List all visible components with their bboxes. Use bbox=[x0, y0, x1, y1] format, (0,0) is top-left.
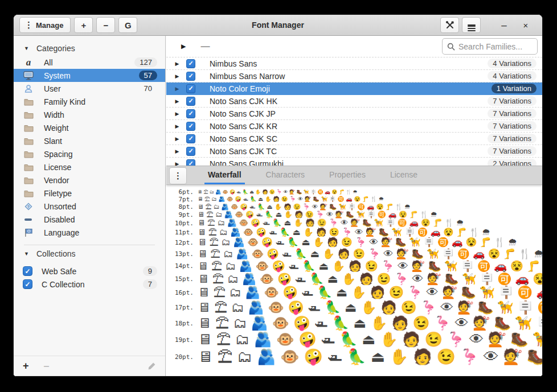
row-expander-icon[interactable]: ▶ bbox=[173, 73, 181, 79]
tab-waterfall[interactable]: Waterfall bbox=[204, 166, 245, 184]
categories-expander-icon[interactable]: ▼ bbox=[24, 46, 36, 51]
font-family-name: Nimbus Sans Narrow bbox=[210, 72, 488, 81]
tab-properties[interactable]: Properties bbox=[326, 166, 369, 184]
waterfall-sample-text: 🖥⛱🗂🫂🐵🤪🛥🦜⏏✋🧑😉🦩👁💇🥾🦮🪧🉑🚗😵🦵🍴🌨 bbox=[198, 203, 412, 211]
computer-icon bbox=[23, 71, 34, 81]
manage-menu-dots-icon: ⋮ bbox=[24, 20, 33, 30]
waterfall-row-20pt: 20pt.🖥⛱🗂🫂🐵🤪🛥🦜⏏✋🧑😉🦩👁💇🥾🦮🪧🉑🚗😵🦵🍴🌨 bbox=[166, 348, 542, 366]
search-families-input[interactable] bbox=[458, 42, 533, 51]
edit-collection-pencil-icon[interactable] bbox=[148, 362, 156, 370]
row-expander-icon[interactable]: ▶ bbox=[173, 161, 181, 166]
preferences-tools-button[interactable] bbox=[440, 17, 459, 33]
waterfall-row-16pt: 16pt.🖥⛱🗂🫂🐵🤪🛥🦜⏏✋🧑😉🦩👁💇🥾🦮🪧🉑🚗😵🦵🍴🌨 bbox=[166, 286, 542, 300]
font-family-name: Noto Sans Gurmukhi bbox=[210, 159, 488, 166]
hamburger-icon bbox=[468, 24, 476, 26]
sidebar-item-weight[interactable]: Weight bbox=[14, 121, 165, 134]
manage-button[interactable]: ⋮ Manage bbox=[19, 17, 71, 33]
font-family-row-nimbus-sans[interactable]: ▶✓Nimbus Sans4 Variations bbox=[166, 57, 542, 70]
search-box[interactable] bbox=[442, 38, 538, 55]
sidebar-item-filetype[interactable]: Filetype bbox=[14, 187, 165, 200]
font-family-row-noto-sans-cjk-jp[interactable]: ▶✓Noto Sans CJK JP7 Variations bbox=[166, 108, 542, 120]
font-family-row-noto-color-emoji[interactable]: ▶✓Noto Color Emoji1 Variation bbox=[166, 82, 542, 95]
row-expander-icon[interactable]: ▶ bbox=[173, 148, 181, 154]
font-enabled-checkbox[interactable]: ✓ bbox=[186, 72, 195, 81]
sidebar-item-slant[interactable]: Slant bbox=[14, 134, 165, 147]
sidebar-item-family-kind[interactable]: Family Kind bbox=[14, 95, 165, 108]
collections-expander-icon[interactable]: ▼ bbox=[24, 251, 36, 257]
sidebar-item-license[interactable]: License bbox=[14, 160, 165, 174]
titlebar: ⋮ Manage + − G Font Manager – × bbox=[14, 15, 542, 36]
waterfall-sample-text: 🖥⛱🗂🫂🐵🤪🛥🦜⏏✋🧑😉🦩👁💇🥾🦮🪧🉑🚗😵🦵🍴🌨 bbox=[198, 331, 542, 348]
font-family-row-nimbus-sans-narrow[interactable]: ▶✓Nimbus Sans Narrow4 Variations bbox=[166, 70, 542, 82]
categories-header[interactable]: ▼ Categories bbox=[14, 41, 165, 56]
sidebar-item-label: Slant bbox=[44, 137, 157, 146]
collection-checkbox[interactable]: ✓ bbox=[23, 279, 32, 289]
waterfall-row-6pt: 6pt.🖥⛱🗂🫂🐵🤪🛥🦜⏏✋🧑😉🦩👁💇🥾🦮🪧🉑🚗😵🦵🍴🌨 bbox=[166, 188, 542, 196]
font-enabled-checkbox[interactable]: ✓ bbox=[186, 84, 195, 93]
row-expander-icon[interactable]: ▶ bbox=[173, 61, 181, 67]
tab-characters[interactable]: Characters bbox=[263, 166, 308, 184]
count-badge: 7 bbox=[143, 279, 157, 289]
sidebar-item-label: Vendor bbox=[44, 176, 157, 185]
waterfall-preview[interactable]: 6pt.🖥⛱🗂🫂🐵🤪🛥🦜⏏✋🧑😉🦩👁💇🥾🦮🪧🉑🚗😵🦵🍴🌨7pt.🖥⛱🗂🫂🐵🤪🛥🦜… bbox=[166, 185, 542, 376]
font-enabled-checkbox[interactable]: ✓ bbox=[186, 147, 195, 156]
font-family-name: Noto Color Emoji bbox=[210, 84, 492, 93]
sidebar-item-label: Spacing bbox=[44, 150, 157, 159]
collection-item-c-collection[interactable]: ✓C Collection7 bbox=[14, 278, 165, 291]
row-expander-icon[interactable]: ▶ bbox=[173, 111, 181, 117]
sidebar-item-language[interactable]: Language bbox=[14, 226, 165, 239]
preview-pane-menu-button[interactable]: ⋮ bbox=[169, 167, 187, 184]
row-expander-icon[interactable]: ▶ bbox=[173, 136, 181, 142]
font-family-row-noto-sans-cjk-kr[interactable]: ▶✓Noto Sans CJK KR7 Variations bbox=[166, 120, 542, 133]
minimize-button[interactable]: – bbox=[495, 15, 513, 36]
font-family-row-noto-sans-cjk-hk[interactable]: ▶✓Noto Sans CJK HK7 Variations bbox=[166, 95, 542, 108]
tab-license[interactable]: License bbox=[387, 166, 421, 184]
font-enabled-checkbox[interactable]: ✓ bbox=[186, 134, 195, 143]
font-family-row-noto-sans-cjk-tc[interactable]: ▶✓Noto Sans CJK TC7 Variations bbox=[166, 145, 542, 158]
main-menu-button[interactable] bbox=[462, 17, 481, 33]
sidebar-item-system[interactable]: System57 bbox=[14, 69, 165, 82]
sidebar-item-vendor[interactable]: Vendor bbox=[14, 174, 165, 187]
google-fonts-button[interactable]: G bbox=[118, 17, 137, 33]
sidebar-item-spacing[interactable]: Spacing bbox=[14, 147, 165, 160]
font-family-name: Noto Sans CJK JP bbox=[210, 109, 488, 118]
font-family-row-noto-sans-gurmukhi[interactable]: ▶✓Noto Sans Gurmukhi2 Variations bbox=[166, 158, 542, 166]
font-enabled-checkbox[interactable]: ✓ bbox=[186, 109, 195, 118]
count-badge: 127 bbox=[134, 57, 157, 67]
waterfall-row-8pt: 8pt.🖥⛱🗂🫂🐵🤪🛥🦜⏏✋🧑😉🦩👁💇🥾🦮🪧🉑🚗😵🦵🍴🌨 bbox=[166, 203, 542, 211]
row-expander-icon[interactable]: ▶ bbox=[173, 98, 181, 104]
font-family-row-noto-sans-cjk-sc[interactable]: ▶✓Noto Sans CJK SC7 Variations bbox=[166, 133, 542, 145]
close-button[interactable]: × bbox=[517, 15, 534, 36]
select-all-tristate-icon[interactable]: — bbox=[200, 42, 210, 52]
collapse-all-expander-icon[interactable]: ▶ bbox=[181, 43, 186, 50]
sidebar-item-label: Language bbox=[44, 228, 157, 237]
font-enabled-checkbox[interactable]: ✓ bbox=[186, 59, 195, 68]
folder-icon bbox=[23, 136, 34, 146]
sidebar-item-unsorted[interactable]: ?Unsorted bbox=[14, 200, 165, 213]
add-collection-button[interactable]: + bbox=[23, 360, 29, 372]
sidebar-item-disabled[interactable]: Disabled bbox=[14, 213, 165, 226]
preview-tabs: WaterfallCharactersPropertiesLicense bbox=[204, 166, 439, 184]
collection-checkbox[interactable]: ✓ bbox=[23, 266, 32, 276]
add-fonts-button[interactable]: + bbox=[74, 17, 93, 33]
waterfall-size-label: 20pt. bbox=[166, 353, 194, 361]
variations-badge: 7 Variations bbox=[488, 121, 536, 131]
waterfall-row-19pt: 19pt.🖥⛱🗂🫂🐵🤪🛥🦜⏏✋🧑😉🦩👁💇🥾🦮🪧🉑🚗😵🦵🍴🌨 bbox=[166, 331, 542, 348]
waterfall-size-label: 6pt. bbox=[166, 188, 194, 196]
waterfall-row-13pt: 13pt.🖥⛱🗂🫂🐵🤪🛥🦜⏏✋🧑😉🦩👁💇🥾🦮🪧🉑🚗😵🦵🍴🌨 bbox=[166, 248, 542, 259]
sidebar-item-user[interactable]: User70 bbox=[14, 82, 165, 95]
row-expander-icon[interactable]: ▶ bbox=[173, 123, 181, 129]
categories-header-label: Categories bbox=[36, 44, 75, 53]
sidebar-item-width[interactable]: Width bbox=[14, 108, 165, 121]
collection-item-web-safe[interactable]: ✓Web Safe9 bbox=[14, 265, 165, 278]
row-expander-icon[interactable]: ▶ bbox=[173, 86, 181, 92]
sidebar-item-all[interactable]: aAll127 bbox=[14, 56, 165, 69]
font-enabled-checkbox[interactable]: ✓ bbox=[186, 97, 195, 106]
remove-fonts-button[interactable]: − bbox=[96, 17, 115, 33]
collections-header[interactable]: ▼ Collections bbox=[14, 246, 165, 261]
font-enabled-checkbox[interactable]: ✓ bbox=[186, 122, 195, 131]
font-enabled-checkbox[interactable]: ✓ bbox=[186, 159, 195, 166]
waterfall-size-label: 10pt. bbox=[166, 220, 194, 227]
remove-collection-button[interactable]: – bbox=[44, 360, 50, 372]
collections-header-label: Collections bbox=[36, 249, 75, 258]
